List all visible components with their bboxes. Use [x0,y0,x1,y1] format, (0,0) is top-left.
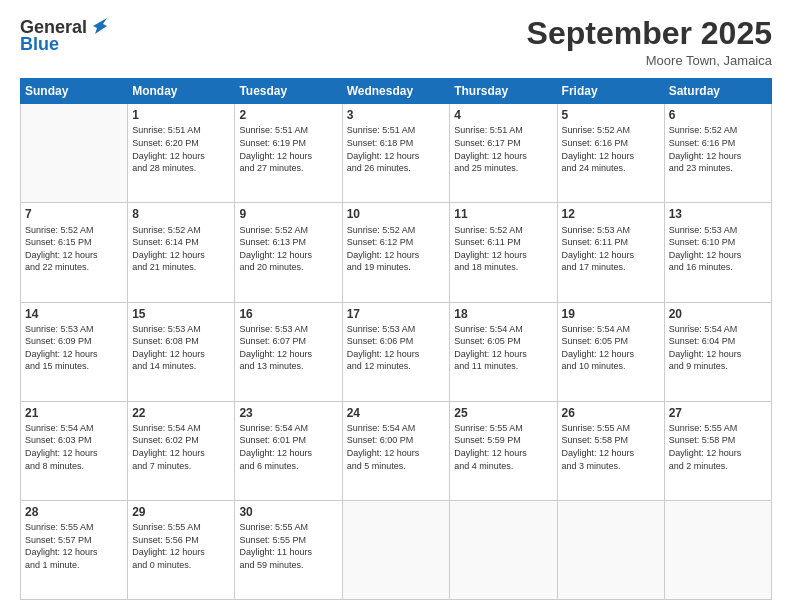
logo: General Blue [20,16,111,55]
calendar-cell [450,500,557,599]
day-number: 17 [347,306,446,322]
day-number: 6 [669,107,767,123]
calendar-cell: 10Sunrise: 5:52 AMSunset: 6:12 PMDayligh… [342,203,450,302]
day-info: Sunrise: 5:53 AMSunset: 6:07 PMDaylight:… [239,323,337,373]
calendar-week-4: 21Sunrise: 5:54 AMSunset: 6:03 PMDayligh… [21,401,772,500]
calendar-cell [342,500,450,599]
calendar-cell: 8Sunrise: 5:52 AMSunset: 6:14 PMDaylight… [128,203,235,302]
calendar-cell: 9Sunrise: 5:52 AMSunset: 6:13 PMDaylight… [235,203,342,302]
day-info: Sunrise: 5:52 AMSunset: 6:11 PMDaylight:… [454,224,552,274]
day-info: Sunrise: 5:54 AMSunset: 6:03 PMDaylight:… [25,422,123,472]
weekday-header-wednesday: Wednesday [342,79,450,104]
day-info: Sunrise: 5:54 AMSunset: 6:05 PMDaylight:… [454,323,552,373]
calendar-cell: 17Sunrise: 5:53 AMSunset: 6:06 PMDayligh… [342,302,450,401]
calendar-cell: 2Sunrise: 5:51 AMSunset: 6:19 PMDaylight… [235,104,342,203]
calendar-cell: 5Sunrise: 5:52 AMSunset: 6:16 PMDaylight… [557,104,664,203]
day-info: Sunrise: 5:54 AMSunset: 6:02 PMDaylight:… [132,422,230,472]
day-number: 22 [132,405,230,421]
day-info: Sunrise: 5:52 AMSunset: 6:13 PMDaylight:… [239,224,337,274]
calendar-cell: 23Sunrise: 5:54 AMSunset: 6:01 PMDayligh… [235,401,342,500]
calendar-week-1: 1Sunrise: 5:51 AMSunset: 6:20 PMDaylight… [21,104,772,203]
day-info: Sunrise: 5:51 AMSunset: 6:19 PMDaylight:… [239,124,337,174]
day-info: Sunrise: 5:52 AMSunset: 6:12 PMDaylight:… [347,224,446,274]
day-number: 26 [562,405,660,421]
day-info: Sunrise: 5:55 AMSunset: 5:55 PMDaylight:… [239,521,337,571]
calendar-cell: 12Sunrise: 5:53 AMSunset: 6:11 PMDayligh… [557,203,664,302]
weekday-header-thursday: Thursday [450,79,557,104]
svg-marker-0 [93,18,107,34]
day-info: Sunrise: 5:54 AMSunset: 6:00 PMDaylight:… [347,422,446,472]
calendar-cell: 14Sunrise: 5:53 AMSunset: 6:09 PMDayligh… [21,302,128,401]
day-info: Sunrise: 5:52 AMSunset: 6:16 PMDaylight:… [669,124,767,174]
day-number: 5 [562,107,660,123]
month-title: September 2025 [527,16,772,51]
day-number: 25 [454,405,552,421]
calendar-table: SundayMondayTuesdayWednesdayThursdayFrid… [20,78,772,600]
calendar-cell: 4Sunrise: 5:51 AMSunset: 6:17 PMDaylight… [450,104,557,203]
day-info: Sunrise: 5:54 AMSunset: 6:05 PMDaylight:… [562,323,660,373]
day-number: 7 [25,206,123,222]
day-number: 23 [239,405,337,421]
day-number: 15 [132,306,230,322]
calendar-cell: 20Sunrise: 5:54 AMSunset: 6:04 PMDayligh… [664,302,771,401]
calendar-week-2: 7Sunrise: 5:52 AMSunset: 6:15 PMDaylight… [21,203,772,302]
calendar-cell [664,500,771,599]
day-number: 19 [562,306,660,322]
day-number: 9 [239,206,337,222]
day-number: 13 [669,206,767,222]
calendar-cell: 19Sunrise: 5:54 AMSunset: 6:05 PMDayligh… [557,302,664,401]
day-info: Sunrise: 5:53 AMSunset: 6:06 PMDaylight:… [347,323,446,373]
day-number: 14 [25,306,123,322]
day-info: Sunrise: 5:55 AMSunset: 5:57 PMDaylight:… [25,521,123,571]
calendar-cell: 16Sunrise: 5:53 AMSunset: 6:07 PMDayligh… [235,302,342,401]
day-info: Sunrise: 5:51 AMSunset: 6:18 PMDaylight:… [347,124,446,174]
day-number: 28 [25,504,123,520]
day-info: Sunrise: 5:55 AMSunset: 5:56 PMDaylight:… [132,521,230,571]
calendar-cell: 7Sunrise: 5:52 AMSunset: 6:15 PMDaylight… [21,203,128,302]
day-info: Sunrise: 5:52 AMSunset: 6:14 PMDaylight:… [132,224,230,274]
calendar-cell: 11Sunrise: 5:52 AMSunset: 6:11 PMDayligh… [450,203,557,302]
calendar-header-row: SundayMondayTuesdayWednesdayThursdayFrid… [21,79,772,104]
calendar-week-5: 28Sunrise: 5:55 AMSunset: 5:57 PMDayligh… [21,500,772,599]
weekday-header-saturday: Saturday [664,79,771,104]
day-number: 20 [669,306,767,322]
day-number: 18 [454,306,552,322]
weekday-header-friday: Friday [557,79,664,104]
day-number: 16 [239,306,337,322]
calendar-cell: 26Sunrise: 5:55 AMSunset: 5:58 PMDayligh… [557,401,664,500]
location-subtitle: Moore Town, Jamaica [527,53,772,68]
calendar-cell: 22Sunrise: 5:54 AMSunset: 6:02 PMDayligh… [128,401,235,500]
day-number: 24 [347,405,446,421]
page-header: General Blue September 2025 Moore Town, … [20,16,772,68]
day-number: 11 [454,206,552,222]
calendar-cell: 25Sunrise: 5:55 AMSunset: 5:59 PMDayligh… [450,401,557,500]
day-info: Sunrise: 5:52 AMSunset: 6:16 PMDaylight:… [562,124,660,174]
day-number: 3 [347,107,446,123]
day-info: Sunrise: 5:53 AMSunset: 6:09 PMDaylight:… [25,323,123,373]
day-number: 1 [132,107,230,123]
calendar-cell: 13Sunrise: 5:53 AMSunset: 6:10 PMDayligh… [664,203,771,302]
calendar-cell [21,104,128,203]
day-number: 30 [239,504,337,520]
day-number: 2 [239,107,337,123]
calendar-cell: 29Sunrise: 5:55 AMSunset: 5:56 PMDayligh… [128,500,235,599]
day-info: Sunrise: 5:51 AMSunset: 6:17 PMDaylight:… [454,124,552,174]
weekday-header-sunday: Sunday [21,79,128,104]
day-number: 27 [669,405,767,421]
day-info: Sunrise: 5:55 AMSunset: 5:59 PMDaylight:… [454,422,552,472]
calendar-cell: 30Sunrise: 5:55 AMSunset: 5:55 PMDayligh… [235,500,342,599]
calendar-cell: 3Sunrise: 5:51 AMSunset: 6:18 PMDaylight… [342,104,450,203]
logo-icon [89,16,111,38]
calendar-cell: 28Sunrise: 5:55 AMSunset: 5:57 PMDayligh… [21,500,128,599]
day-info: Sunrise: 5:53 AMSunset: 6:11 PMDaylight:… [562,224,660,274]
calendar-week-3: 14Sunrise: 5:53 AMSunset: 6:09 PMDayligh… [21,302,772,401]
calendar-cell: 18Sunrise: 5:54 AMSunset: 6:05 PMDayligh… [450,302,557,401]
day-info: Sunrise: 5:53 AMSunset: 6:10 PMDaylight:… [669,224,767,274]
day-number: 8 [132,206,230,222]
calendar-cell: 24Sunrise: 5:54 AMSunset: 6:00 PMDayligh… [342,401,450,500]
day-info: Sunrise: 5:54 AMSunset: 6:04 PMDaylight:… [669,323,767,373]
day-info: Sunrise: 5:55 AMSunset: 5:58 PMDaylight:… [669,422,767,472]
calendar-cell: 15Sunrise: 5:53 AMSunset: 6:08 PMDayligh… [128,302,235,401]
weekday-header-monday: Monday [128,79,235,104]
title-block: September 2025 Moore Town, Jamaica [527,16,772,68]
